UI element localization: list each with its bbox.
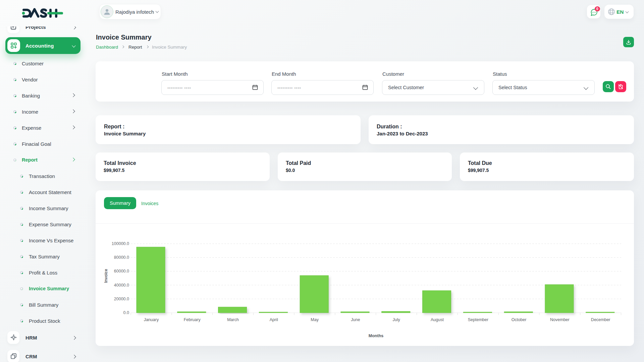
svg-text:Months: Months [369, 334, 383, 338]
svg-text:20000.0: 20000.0 [114, 297, 129, 301]
svg-text:40000.0: 40000.0 [114, 283, 129, 288]
svg-text:April: April [270, 317, 278, 322]
svg-text:60000.0: 60000.0 [114, 269, 129, 274]
svg-text:February: February [184, 317, 201, 322]
svg-text:100000.0: 100000.0 [112, 241, 129, 246]
svg-text:August: August [431, 317, 444, 322]
svg-text:March: March [227, 317, 239, 322]
svg-text:September: September [468, 317, 488, 322]
svg-text:October: October [512, 317, 526, 322]
svg-text:July: July [393, 317, 400, 322]
svg-text:May: May [311, 317, 319, 322]
svg-text:December: December [591, 317, 610, 322]
svg-text:Invoice: Invoice [104, 269, 108, 283]
svg-text:June: June [351, 317, 360, 322]
svg-text:November: November [550, 317, 570, 322]
svg-text:January: January [144, 317, 159, 322]
svg-text:0.0: 0.0 [123, 310, 129, 315]
svg-text:80000.0: 80000.0 [114, 255, 129, 260]
